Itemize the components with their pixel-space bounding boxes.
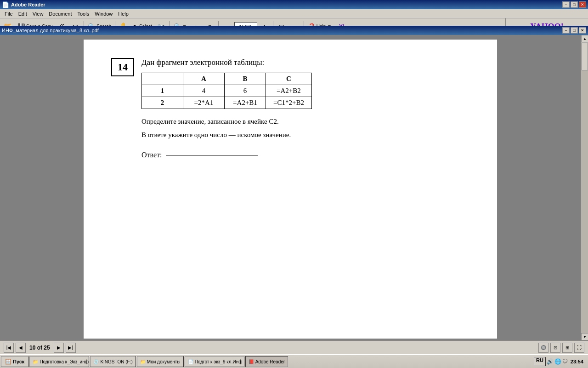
spreadsheet-table: A B C 1 4 6 =A2+B2 2 =2*A1 [141, 73, 312, 109]
row-2-num: 2 [142, 97, 183, 109]
grid-button[interactable]: ⊞ [562, 343, 572, 353]
question-number: 14 [118, 61, 128, 73]
next-page-button[interactable]: ▶ [54, 343, 64, 353]
scroll-thumb[interactable] [582, 43, 588, 70]
taskbar-item-5[interactable]: 📕 Adobe Reader [245, 356, 288, 367]
answer-field [166, 155, 258, 155]
tray-icon-3: 🛡 [562, 358, 568, 365]
language-button[interactable]: RU [534, 357, 546, 366]
answer-line: Ответ: [141, 151, 469, 159]
header-a: A [183, 73, 225, 85]
menu-help[interactable]: Help [115, 10, 131, 17]
table-row: 2 =2*A1 =A2+B1 =C1*2+B2 [142, 97, 312, 109]
header-c: C [266, 73, 312, 85]
scroll-up-arrow[interactable]: ▲ [581, 35, 588, 42]
minimize-button[interactable]: − [562, 1, 570, 8]
document-window: ИНФ_материал для практикума_8 кл..pdf − … [0, 26, 588, 340]
title-bar-controls: − □ ✕ [562, 1, 586, 8]
taskbar-item-5-icon: 📕 [249, 359, 254, 364]
cell-a2: =2*A1 [183, 97, 225, 109]
scrollbar-vertical[interactable]: ▲ ▼ [581, 35, 588, 340]
question-text-1: Определите значение, записанное в ячейке… [141, 116, 469, 127]
page-navigation: |◀ ◀ 10 of 25 ▶ ▶| [4, 343, 76, 353]
taskbar-item-3-label: Мои документы [147, 359, 181, 364]
menu-bar: File Edit View Document Tools Window Hel… [0, 9, 588, 18]
fullscreen-button[interactable]: ⛶ [574, 343, 584, 353]
start-label: Пуск [13, 359, 24, 364]
cell-b2: =A2+B1 [225, 97, 266, 109]
title-bar: 📄 Adobe Reader − □ ✕ [0, 0, 588, 9]
taskbar-item-4[interactable]: 📄 Подгот к экз_9 кл.Инф ... [185, 356, 244, 367]
cell-a1: 4 [183, 85, 225, 97]
doc-titlebar-controls: − □ ✕ [562, 27, 586, 34]
question-text-2: В ответе укажите одно число — искомое зн… [141, 130, 469, 140]
fit-page-status-button[interactable]: ⊡ [550, 343, 560, 353]
doc-minimize-button[interactable]: − [562, 27, 570, 34]
menu-edit[interactable]: Edit [16, 10, 30, 17]
doc-titlebar: ИНФ_материал для практикума_8 кл..pdf − … [0, 26, 588, 35]
taskbar: 🪟 Пуск 📁 Подготовка к_Экз_инф... 💿 KINGS… [0, 354, 588, 368]
doc-restore-button[interactable]: □ [571, 27, 578, 34]
menu-window[interactable]: Window [92, 10, 115, 17]
start-button[interactable]: 🪟 Пуск [1, 356, 28, 367]
app-title: Adobe Reader [11, 2, 45, 7]
taskbar-item-3[interactable]: 📁 Мои документы [137, 356, 184, 367]
menu-document[interactable]: Document [46, 10, 74, 17]
taskbar-item-1-icon: 📁 [33, 359, 38, 364]
scroll-track[interactable] [581, 42, 588, 333]
taskbar-item-2[interactable]: 💿 KINGSTON (F:) [90, 356, 136, 367]
question-body: Дан фрагмент электронной таблицы: A B C … [141, 58, 469, 159]
start-icon: 🪟 [5, 359, 11, 365]
question-title: Дан фрагмент электронной таблицы: [141, 58, 469, 67]
first-page-button[interactable]: |◀ [4, 343, 14, 353]
title-bar-left: 📄 Adobe Reader [2, 1, 45, 8]
cell-c2: =C1*2+B2 [266, 97, 312, 109]
taskbar-item-2-label: KINGSTON (F:) [100, 359, 132, 364]
taskbar-item-4-icon: 📄 [188, 359, 193, 364]
page-count: 10 of 25 [29, 345, 50, 351]
question-number-box: 14 [111, 58, 134, 76]
doc-title: ИНФ_материал для практикума_8 кл..pdf [2, 28, 99, 33]
taskbar-item-5-label: Adobe Reader [255, 359, 285, 364]
close-button[interactable]: ✕ [579, 1, 586, 8]
header-b: B [225, 73, 266, 85]
menu-view[interactable]: View [30, 10, 46, 17]
maximize-button[interactable]: □ [571, 1, 578, 8]
taskbar-item-1-label: Подготовка к_Экз_инф... [40, 359, 89, 364]
document-content: 14 Дан фрагмент электронной таблицы: A B… [0, 35, 581, 340]
header-empty [142, 73, 183, 85]
doc-close-button[interactable]: ✕ [579, 27, 586, 34]
taskbar-item-3-icon: 📁 [140, 359, 146, 364]
menu-file[interactable]: File [2, 10, 16, 17]
menu-tools[interactable]: Tools [75, 10, 92, 17]
tray-icon-1: 🔊 [547, 358, 554, 365]
scroll-down-arrow[interactable]: ▼ [581, 333, 588, 340]
row-1-num: 1 [142, 85, 183, 97]
app-icon: 📄 [2, 1, 9, 8]
tray-icon-2: 🌐 [554, 358, 561, 365]
taskbar-item-2-icon: 💿 [93, 359, 99, 364]
page-content: 14 Дан фрагмент электронной таблицы: A B… [84, 40, 497, 339]
status-bar: |◀ ◀ 10 of 25 ▶ ▶| 🔘 ⊡ ⊞ ⛶ [0, 340, 588, 354]
status-right: 🔘 ⊡ ⊞ ⛶ [538, 343, 584, 353]
clock: 23:54 [569, 358, 585, 365]
question-wrapper: 14 Дан фрагмент электронной таблицы: A B… [111, 58, 469, 159]
read-mode-button[interactable]: 🔘 [538, 343, 548, 353]
taskbar-item-4-label: Подгот к экз_9 кл.Инф ... [195, 359, 244, 364]
taskbar-item-1[interactable]: 📁 Подготовка к_Экз_инф... [29, 356, 89, 367]
cell-b1: 6 [225, 85, 266, 97]
prev-page-button[interactable]: ◀ [16, 343, 26, 353]
last-page-button[interactable]: ▶| [66, 343, 76, 353]
answer-label: Ответ: [141, 151, 162, 159]
taskbar-tray: RU 🔊 🌐 🛡 23:54 [534, 357, 587, 366]
table-row: 1 4 6 =A2+B2 [142, 85, 312, 97]
cell-c1: =A2+B2 [266, 85, 312, 97]
table-header-row: A B C [142, 73, 312, 85]
